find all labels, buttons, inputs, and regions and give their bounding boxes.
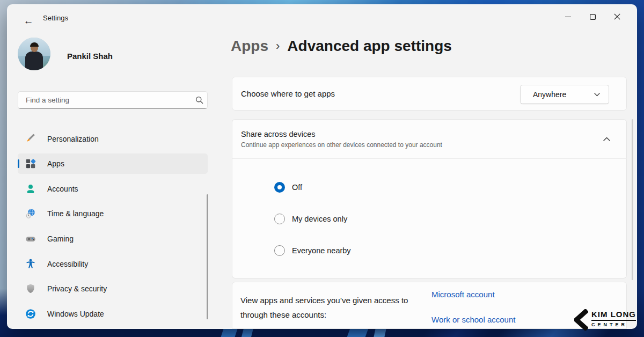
back-button[interactable]: ← — [21, 14, 36, 28]
radio-selected-icon[interactable] — [274, 182, 285, 193]
maximize-icon — [590, 14, 596, 20]
sidebar-item-accessibility[interactable]: Accessibility — [18, 254, 208, 274]
accessibility-icon — [25, 258, 36, 270]
sidebar-item-label: Accounts — [47, 185, 78, 193]
window-title: Settings — [43, 14, 68, 22]
chevron-down-icon — [594, 93, 600, 97]
sidebar-item-label: Gaming — [47, 235, 74, 243]
sidebar-item-time-language[interactable]: Time & language — [18, 203, 208, 224]
share-text: Share across devices Continue app experi… — [241, 130, 603, 149]
accounts-access-card: View apps and services you’ve given acce… — [232, 282, 627, 329]
sidebar-item-label: Personalization — [47, 135, 99, 143]
share-across-devices-header[interactable]: Share across devices Continue app experi… — [232, 119, 627, 159]
gaming-icon — [25, 233, 36, 245]
windows-update-icon — [25, 308, 36, 320]
breadcrumb: Apps › Advanced app settings — [231, 38, 452, 55]
minimize-icon — [565, 14, 571, 20]
work-school-account-link[interactable]: Work or school account — [431, 315, 515, 324]
breadcrumb-apps[interactable]: Apps — [231, 38, 268, 55]
maximize-button[interactable] — [580, 9, 605, 25]
microsoft-account-link[interactable]: Microsoft account — [431, 290, 495, 299]
settings-window: ← Settings Pankil Shah Personalization — [7, 4, 637, 329]
watermark-line1: KIM LONG — [591, 310, 636, 321]
minimize-button[interactable] — [555, 9, 580, 25]
content-scrollbar[interactable] — [632, 119, 633, 280]
personalization-icon — [25, 133, 36, 145]
radio-option-everyone-nearby[interactable]: Everyone nearby — [274, 245, 351, 256]
chevron-up-icon[interactable] — [603, 137, 610, 141]
sidebar-item-apps[interactable]: Apps — [18, 153, 208, 174]
search-icon[interactable] — [191, 96, 207, 104]
back-arrow-icon: ← — [24, 15, 34, 27]
breadcrumb-separator-icon: › — [276, 39, 280, 53]
sidebar-item-label: Windows Update — [47, 310, 104, 318]
radio-unselected-icon[interactable] — [274, 214, 285, 224]
watermark-text: KIM LONG CENTER — [591, 310, 636, 327]
radio-label: My devices only — [292, 215, 347, 223]
sidebar-item-personalization[interactable]: Personalization — [18, 129, 208, 149]
close-button[interactable] — [605, 9, 630, 25]
sidebar-item-windows-update[interactable]: Windows Update — [18, 304, 208, 324]
sidebar-item-gaming[interactable]: Gaming — [18, 229, 208, 249]
apps-icon — [25, 158, 36, 170]
radio-label: Off — [292, 183, 302, 192]
radio-option-my-devices-only[interactable]: My devices only — [274, 214, 347, 224]
watermark-chevron-icon — [574, 309, 588, 333]
choose-where-to-get-apps-card: Choose where to get apps Anywhere — [232, 77, 627, 111]
dropdown-value: Anywhere — [533, 90, 594, 99]
shield-icon — [25, 283, 36, 295]
avatar[interactable] — [18, 38, 50, 70]
search-box[interactable] — [18, 91, 208, 109]
share-title: Share across devices — [241, 130, 603, 138]
page-title: Advanced app settings — [287, 38, 452, 55]
sidebar-item-label: Accessibility — [47, 260, 88, 268]
accounts-icon — [25, 183, 36, 195]
accounts-access-label: View apps and services you’ve given acce… — [240, 293, 428, 322]
radio-label: Everyone nearby — [292, 246, 351, 255]
radio-option-off[interactable]: Off — [274, 182, 302, 193]
kim-long-center-watermark: KIM LONG CENTER — [574, 308, 642, 332]
sidebar-item-label: Time & language — [47, 209, 104, 218]
sidebar-item-label: Apps — [47, 159, 64, 168]
watermark-line2: CENTER — [591, 322, 636, 327]
sidebar-item-accounts[interactable]: Accounts — [18, 179, 208, 199]
close-icon — [614, 13, 620, 20]
avatar-person — [25, 52, 43, 70]
sidebar-item-label: Privacy & security — [47, 284, 107, 293]
search-input[interactable] — [18, 96, 191, 104]
caption-buttons — [555, 9, 630, 25]
user-name: Pankil Shah — [67, 52, 113, 61]
share-across-devices-body: Off My devices only Everyone nearby — [232, 159, 627, 279]
share-subtitle: Continue app experiences on other device… — [241, 141, 603, 149]
selected-indicator — [18, 159, 19, 168]
radio-unselected-icon[interactable] — [274, 245, 285, 256]
time-language-icon — [25, 208, 36, 219]
sidebar-item-privacy-security[interactable]: Privacy & security — [18, 279, 208, 299]
app-source-dropdown[interactable]: Anywhere — [520, 85, 609, 104]
sidebar-scrollbar[interactable] — [207, 194, 208, 319]
